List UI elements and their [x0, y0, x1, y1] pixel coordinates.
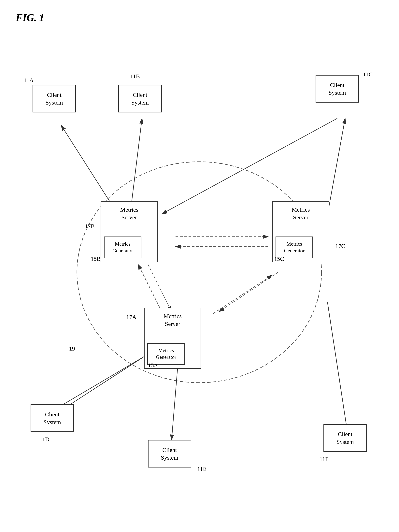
svg-line-14 [219, 272, 278, 312]
client-11b-label: ClientSystem [131, 91, 149, 106]
metrics-gen-17b-box: MetricsGenerator [104, 236, 141, 258]
metrics-gen-17a-box: MetricsGenerator [147, 343, 185, 365]
figure-label: FIG. 1 [16, 12, 44, 24]
svg-line-12 [148, 264, 171, 312]
ref-17a: 17A [126, 314, 136, 320]
server-17b-label: MetricsServer [103, 204, 155, 221]
svg-line-15 [213, 275, 272, 314]
client-11e-box: ClientSystem [148, 440, 191, 468]
server-17c-label: MetricsServer [275, 204, 327, 221]
ref-15a: 15A [148, 362, 158, 369]
server-17b-box: MetricsServer MetricsGenerator [101, 201, 158, 262]
svg-line-3 [130, 118, 142, 214]
ref-11e: 11E [197, 466, 207, 472]
svg-line-6 [171, 369, 177, 440]
ref-11d: 11D [39, 436, 50, 443]
ref-15b: 15B [91, 255, 101, 262]
client-11a-label: ClientSystem [45, 91, 63, 106]
diagram-page: FIG. 1 [0, 0, 399, 532]
ref-11c: 11C [363, 71, 373, 78]
svg-line-4 [327, 118, 345, 215]
client-11b-box: ClientSystem [118, 85, 162, 112]
ref-17c: 17C [335, 243, 345, 249]
svg-line-8 [162, 118, 337, 214]
ref-11b: 11B [130, 73, 140, 80]
metrics-gen-17b-label: MetricsGenerator [112, 241, 133, 254]
ref-17b: 17B [85, 223, 95, 230]
server-17a-label: MetricsServer [146, 310, 199, 328]
client-11f-box: ClientSystem [323, 424, 367, 452]
server-17c-box: MetricsServer MetricsGenerator [272, 201, 329, 262]
client-11e-label: ClientSystem [161, 446, 178, 461]
metrics-gen-17c-label: MetricsGenerator [284, 241, 304, 254]
server-17a-box: MetricsServer MetricsGenerator [144, 308, 201, 369]
client-11d-label: ClientSystem [44, 411, 61, 426]
client-11f-label: ClientSystem [336, 430, 354, 446]
svg-line-13 [138, 264, 162, 312]
ref-11f: 11F [320, 456, 329, 462]
client-11a-box: ClientSystem [32, 85, 76, 112]
client-11c-label: ClientSystem [329, 81, 346, 96]
svg-line-7 [327, 302, 347, 430]
metrics-gen-17c-box: MetricsGenerator [276, 236, 313, 258]
client-11d-box: ClientSystem [31, 404, 74, 432]
ref-19: 19 [69, 345, 75, 352]
ref-11a: 11A [24, 77, 34, 84]
metrics-gen-17a-label: MetricsGenerator [156, 347, 176, 361]
ref-15c: 15C [274, 255, 284, 262]
client-11c-box: ClientSystem [316, 75, 359, 102]
